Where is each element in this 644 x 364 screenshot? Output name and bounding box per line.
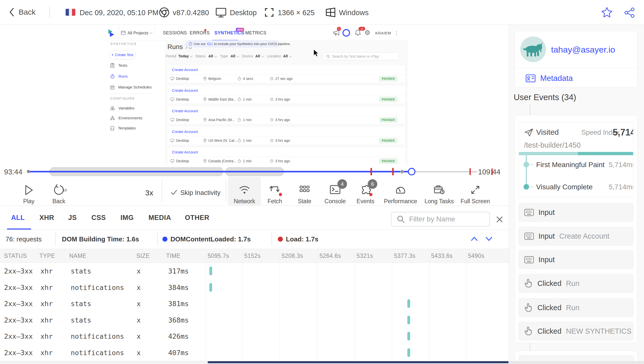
fmp-dot [524, 162, 529, 167]
performance-toggle[interactable] [395, 184, 406, 195]
event-target: Create Account [559, 232, 609, 240]
vc-dot [524, 184, 529, 190]
dom-content-loaded: DOMContentLoaded: 1.7s [170, 235, 251, 243]
play-button[interactable] [23, 184, 34, 196]
request-row[interactable]: 2xx–3xx xhr notifications x 407ms [0, 345, 509, 361]
request-size: x [137, 283, 141, 291]
user-events-title: User Events (34) [514, 93, 576, 102]
request-name: stats [71, 267, 91, 275]
search-icon [326, 55, 330, 58]
event-item-clicked[interactable]: Clicked Run [518, 298, 633, 317]
test-search-placeholder: Search by Test Name or #Tag [332, 54, 379, 58]
run-duration: 1 min [238, 157, 252, 165]
request-row[interactable]: 2xx–3xx xhr notifications x 384ms [0, 279, 509, 296]
visited-card[interactable]: Visited Speed Index 5,714 /test-builder/… [519, 122, 633, 197]
new-badge: NEW [236, 28, 244, 32]
network-tab-img[interactable]: IMG [120, 206, 134, 230]
location-pin-icon [203, 159, 207, 163]
events-badge: 6 [368, 179, 377, 189]
event-action: Input [538, 232, 555, 240]
request-row[interactable]: 2xx–3xx xhr stats x 368ms [0, 312, 509, 328]
request-row[interactable]: 2xx–3xx xhr stats x 317ms [0, 263, 509, 279]
stopwatch-icon [238, 118, 241, 122]
playhead[interactable] [408, 168, 415, 175]
request-row[interactable]: 2xx–3xx xhr notifications x 426ms [0, 328, 509, 345]
session-progress-ring [342, 29, 350, 37]
fmp-value: 5,714ms [609, 161, 633, 169]
clock-icon [270, 77, 274, 80]
request-time: 407ms [168, 349, 189, 356]
errors-dot [204, 29, 206, 31]
jump-up-icon[interactable] [470, 236, 478, 242]
close-panel-icon[interactable] [496, 215, 504, 223]
windows-icon [325, 7, 336, 18]
event-action: Input [538, 208, 555, 217]
request-size: x [137, 267, 141, 275]
state-toggle[interactable] [299, 184, 310, 194]
jump-down-icon[interactable] [485, 236, 493, 242]
events-sidebar: tahay@asayer.io Metadata User Events (34… [509, 25, 644, 364]
event-item-input[interactable]: Input Create Account [518, 227, 633, 245]
long-tasks-toggle[interactable] [433, 184, 445, 195]
time-col-0: 5095.7s [208, 253, 229, 259]
run-duration: 1 min [238, 95, 252, 104]
back-button[interactable]: Back [9, 7, 36, 17]
user-email[interactable]: tahay@asayer.io [551, 45, 615, 55]
kebab-menu-icon: ⋮ [394, 30, 399, 36]
hand-pointer-icon [524, 303, 533, 312]
variables-icon [110, 106, 115, 110]
network-tab-js[interactable]: JS [68, 206, 77, 230]
tests-icon [110, 63, 114, 68]
gear-icon: ⚙ [364, 29, 370, 36]
request-row[interactable]: 2xx–3xx xhr stats x 381ms [0, 295, 509, 312]
full-screen-button[interactable] [470, 184, 481, 195]
request-type: xhr [40, 267, 53, 275]
variables-label: Variables [118, 106, 134, 110]
col-size: SIZE [136, 253, 150, 259]
run-title: Create Account [172, 86, 198, 95]
clock-icon [270, 118, 274, 122]
skip-inactivity-toggle[interactable]: Skip Inactivity [180, 189, 220, 197]
network-tab-media[interactable]: MEDIA [148, 206, 171, 230]
back-label: Back [19, 8, 36, 16]
request-name: stats [71, 316, 91, 324]
run-card: Create Account Desktop Middle East (Ba..… [167, 86, 405, 104]
request-status: 2xx–3xx [4, 332, 33, 340]
event-item-clicked[interactable]: Clicked NEW SYNTHETICS [518, 322, 633, 340]
hscroll-thumb[interactable] [208, 361, 509, 363]
event-item-clicked[interactable]: Clicked Run [518, 274, 633, 293]
favorite-star-icon[interactable] [601, 7, 613, 18]
network-tab-other[interactable]: OTHER [185, 206, 209, 230]
filter-device-label: Device [242, 54, 253, 58]
request-time: 384ms [168, 283, 189, 291]
filter-input[interactable] [409, 215, 485, 223]
resolution: 1366 × 625 [278, 9, 315, 17]
share-icon[interactable] [624, 7, 635, 18]
network-tab-all[interactable]: ALL [11, 206, 25, 230]
network-tab-css[interactable]: CSS [91, 206, 106, 230]
event-marker [491, 168, 493, 175]
status-badge: PASSED [379, 158, 397, 164]
network-tab-xhr[interactable]: XHR [39, 206, 54, 230]
top-bar: Back Dec 09, 2020, 05:10 PM v87.0.4280 D… [0, 0, 644, 25]
metadata-button[interactable]: Metadata [526, 74, 573, 83]
speed-button[interactable]: 3x [145, 189, 153, 197]
tab-errors: ERRORS [190, 25, 210, 41]
create-test-button: + Create Test [109, 50, 136, 59]
run-location: US West (N. Cal... [203, 136, 237, 145]
request-status: 2xx–3xx [4, 316, 33, 324]
event-item-input[interactable]: Input [518, 203, 633, 222]
network-toggle[interactable] [238, 184, 251, 195]
event-connector [530, 343, 530, 351]
table-header: STATUS TYPE NAME SIZE TIME 5095.7s 5152s… [0, 249, 509, 263]
request-type: xhr [40, 332, 53, 340]
request-type: xhr [40, 349, 53, 356]
col-time: TIME [166, 253, 181, 259]
cli-note-pre: Use our [194, 42, 206, 46]
visited-label: Visited [536, 128, 559, 136]
status-badge: PASSED [379, 138, 397, 143]
paint-progress-light [519, 152, 578, 155]
megaphone-badge: 1 [337, 27, 341, 31]
event-item-input[interactable]: Input [518, 250, 633, 269]
summary-divider [157, 232, 158, 246]
